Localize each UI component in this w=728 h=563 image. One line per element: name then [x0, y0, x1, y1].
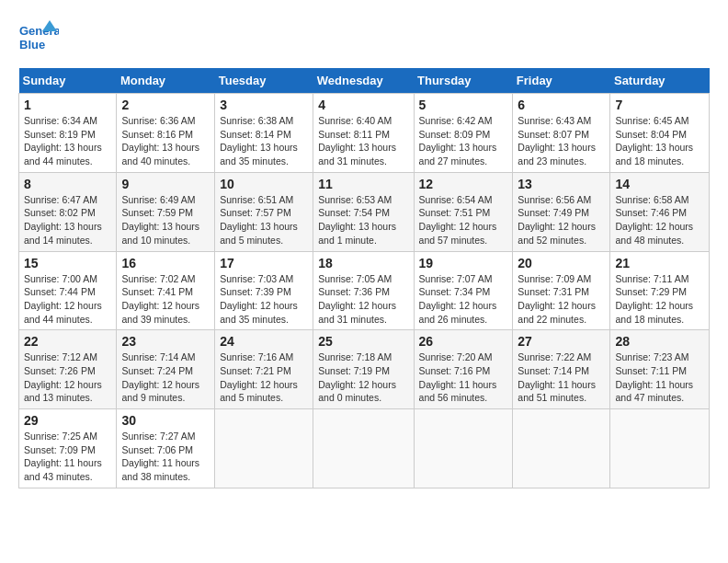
- calendar-cell: 22 Sunrise: 7:12 AMSunset: 7:26 PMDaylig…: [19, 330, 117, 409]
- calendar-cell: 19 Sunrise: 7:07 AMSunset: 7:34 PMDaylig…: [414, 251, 513, 330]
- day-info: Sunrise: 6:53 AMSunset: 7:54 PMDaylight:…: [318, 193, 408, 247]
- day-info: Sunrise: 7:05 AMSunset: 7:36 PMDaylight:…: [318, 272, 408, 327]
- calendar-cell: 30 Sunrise: 7:27 AMSunset: 7:06 PMDaylig…: [117, 409, 215, 488]
- calendar-cell: 16 Sunrise: 7:02 AMSunset: 7:41 PMDaylig…: [117, 251, 215, 330]
- day-number: 22: [24, 334, 111, 349]
- calendar-cell: [313, 409, 414, 488]
- weekday-header: Friday: [513, 68, 610, 94]
- day-info: Sunrise: 6:40 AMSunset: 8:11 PMDaylight:…: [318, 114, 408, 168]
- day-info: Sunrise: 7:20 AMSunset: 7:16 PMDaylight:…: [419, 350, 508, 405]
- day-number: 6: [518, 98, 605, 112]
- day-number: 20: [518, 256, 605, 270]
- weekday-header: Sunday: [19, 68, 117, 94]
- svg-text:Blue: Blue: [19, 38, 45, 52]
- day-number: 10: [220, 177, 308, 191]
- day-number: 15: [24, 256, 111, 270]
- day-number: 28: [615, 334, 704, 349]
- day-info: Sunrise: 7:27 AMSunset: 7:06 PMDaylight:…: [121, 430, 210, 484]
- calendar-cell: 12 Sunrise: 6:54 AMSunset: 7:51 PMDaylig…: [414, 172, 513, 251]
- day-info: Sunrise: 7:02 AMSunset: 7:41 PMDaylight:…: [121, 272, 210, 327]
- calendar-week-row: 8 Sunrise: 6:47 AMSunset: 8:02 PMDayligh…: [19, 172, 710, 251]
- day-info: Sunrise: 6:42 AMSunset: 8:09 PMDaylight:…: [419, 114, 508, 168]
- calendar-table: SundayMondayTuesdayWednesdayThursdayFrid…: [18, 68, 710, 488]
- day-info: Sunrise: 6:49 AMSunset: 7:59 PMDaylight:…: [121, 193, 210, 247]
- day-number: 2: [121, 98, 210, 112]
- day-info: Sunrise: 6:43 AMSunset: 8:07 PMDaylight:…: [518, 114, 605, 168]
- calendar-cell: 26 Sunrise: 7:20 AMSunset: 7:16 PMDaylig…: [414, 330, 513, 409]
- day-number: 14: [615, 177, 704, 191]
- day-number: 26: [419, 334, 508, 349]
- calendar-cell: 20 Sunrise: 7:09 AMSunset: 7:31 PMDaylig…: [513, 251, 610, 330]
- calendar-week-row: 15 Sunrise: 7:00 AMSunset: 7:44 PMDaylig…: [19, 251, 710, 330]
- day-info: Sunrise: 7:03 AMSunset: 7:39 PMDaylight:…: [220, 272, 308, 327]
- day-info: Sunrise: 7:12 AMSunset: 7:26 PMDaylight:…: [24, 350, 111, 405]
- day-number: 5: [419, 98, 508, 112]
- calendar-cell: 14 Sunrise: 6:58 AMSunset: 7:46 PMDaylig…: [610, 172, 710, 251]
- day-number: 19: [419, 256, 508, 270]
- calendar-cell: 27 Sunrise: 7:22 AMSunset: 7:14 PMDaylig…: [513, 330, 610, 409]
- day-number: 12: [419, 177, 508, 191]
- calendar-cell: 18 Sunrise: 7:05 AMSunset: 7:36 PMDaylig…: [313, 251, 414, 330]
- weekday-header: Wednesday: [313, 68, 414, 94]
- day-info: Sunrise: 6:58 AMSunset: 7:46 PMDaylight:…: [615, 193, 704, 247]
- calendar-cell: 21 Sunrise: 7:11 AMSunset: 7:29 PMDaylig…: [610, 251, 710, 330]
- calendar-cell: 17 Sunrise: 7:03 AMSunset: 7:39 PMDaylig…: [215, 251, 313, 330]
- day-number: 8: [24, 177, 111, 191]
- calendar-cell: 15 Sunrise: 7:00 AMSunset: 7:44 PMDaylig…: [19, 251, 117, 330]
- day-number: 27: [518, 334, 605, 349]
- day-info: Sunrise: 7:14 AMSunset: 7:24 PMDaylight:…: [121, 350, 210, 405]
- calendar-cell: 11 Sunrise: 6:53 AMSunset: 7:54 PMDaylig…: [313, 172, 414, 251]
- calendar-cell: 9 Sunrise: 6:49 AMSunset: 7:59 PMDayligh…: [117, 172, 215, 251]
- calendar-cell: 2 Sunrise: 6:36 AMSunset: 8:16 PMDayligh…: [117, 94, 215, 173]
- page-header: General Blue: [18, 18, 710, 59]
- calendar-cell: 4 Sunrise: 6:40 AMSunset: 8:11 PMDayligh…: [313, 94, 414, 173]
- calendar-cell: 6 Sunrise: 6:43 AMSunset: 8:07 PMDayligh…: [513, 94, 610, 173]
- day-info: Sunrise: 7:22 AMSunset: 7:14 PMDaylight:…: [518, 350, 605, 405]
- day-number: 9: [121, 177, 210, 191]
- day-number: 30: [121, 413, 210, 428]
- day-number: 17: [220, 256, 308, 270]
- calendar-week-row: 1 Sunrise: 6:34 AMSunset: 8:19 PMDayligh…: [19, 94, 710, 173]
- calendar-header-row: SundayMondayTuesdayWednesdayThursdayFrid…: [19, 68, 710, 94]
- day-info: Sunrise: 6:47 AMSunset: 8:02 PMDaylight:…: [24, 193, 111, 247]
- day-number: 3: [220, 98, 308, 112]
- calendar-cell: 28 Sunrise: 7:23 AMSunset: 7:11 PMDaylig…: [610, 330, 710, 409]
- day-number: 25: [318, 334, 408, 349]
- day-info: Sunrise: 6:45 AMSunset: 8:04 PMDaylight:…: [615, 114, 704, 168]
- day-info: Sunrise: 7:11 AMSunset: 7:29 PMDaylight:…: [615, 272, 704, 327]
- logo: General Blue: [18, 18, 59, 59]
- day-info: Sunrise: 6:36 AMSunset: 8:16 PMDaylight:…: [121, 114, 210, 168]
- day-number: 13: [518, 177, 605, 191]
- day-info: Sunrise: 7:07 AMSunset: 7:34 PMDaylight:…: [419, 272, 508, 327]
- calendar-cell: 10 Sunrise: 6:51 AMSunset: 7:57 PMDaylig…: [215, 172, 313, 251]
- calendar-cell: [610, 409, 710, 488]
- calendar-cell: 29 Sunrise: 7:25 AMSunset: 7:09 PMDaylig…: [19, 409, 117, 488]
- day-number: 1: [24, 98, 111, 112]
- calendar-week-row: 22 Sunrise: 7:12 AMSunset: 7:26 PMDaylig…: [19, 330, 710, 409]
- calendar-cell: 25 Sunrise: 7:18 AMSunset: 7:19 PMDaylig…: [313, 330, 414, 409]
- calendar-cell: 3 Sunrise: 6:38 AMSunset: 8:14 PMDayligh…: [215, 94, 313, 173]
- day-info: Sunrise: 7:16 AMSunset: 7:21 PMDaylight:…: [220, 350, 308, 405]
- day-number: 4: [318, 98, 408, 112]
- weekday-header: Thursday: [414, 68, 513, 94]
- day-info: Sunrise: 7:18 AMSunset: 7:19 PMDaylight:…: [318, 350, 408, 405]
- day-info: Sunrise: 7:09 AMSunset: 7:31 PMDaylight:…: [518, 272, 605, 327]
- calendar-cell: 24 Sunrise: 7:16 AMSunset: 7:21 PMDaylig…: [215, 330, 313, 409]
- day-info: Sunrise: 7:25 AMSunset: 7:09 PMDaylight:…: [24, 430, 111, 484]
- calendar-cell: 8 Sunrise: 6:47 AMSunset: 8:02 PMDayligh…: [19, 172, 117, 251]
- day-info: Sunrise: 7:00 AMSunset: 7:44 PMDaylight:…: [24, 272, 111, 327]
- logo-svg: General Blue: [18, 18, 59, 59]
- calendar-cell: 23 Sunrise: 7:14 AMSunset: 7:24 PMDaylig…: [117, 330, 215, 409]
- day-info: Sunrise: 6:56 AMSunset: 7:49 PMDaylight:…: [518, 193, 605, 247]
- weekday-header: Saturday: [610, 68, 710, 94]
- day-info: Sunrise: 6:54 AMSunset: 7:51 PMDaylight:…: [419, 193, 508, 247]
- calendar-cell: 7 Sunrise: 6:45 AMSunset: 8:04 PMDayligh…: [610, 94, 710, 173]
- calendar-cell: 5 Sunrise: 6:42 AMSunset: 8:09 PMDayligh…: [414, 94, 513, 173]
- day-number: 11: [318, 177, 408, 191]
- day-number: 23: [121, 334, 210, 349]
- day-number: 29: [24, 413, 111, 428]
- day-info: Sunrise: 7:23 AMSunset: 7:11 PMDaylight:…: [615, 350, 704, 405]
- calendar-week-row: 29 Sunrise: 7:25 AMSunset: 7:09 PMDaylig…: [19, 409, 710, 488]
- weekday-header: Tuesday: [215, 68, 313, 94]
- weekday-header: Monday: [117, 68, 215, 94]
